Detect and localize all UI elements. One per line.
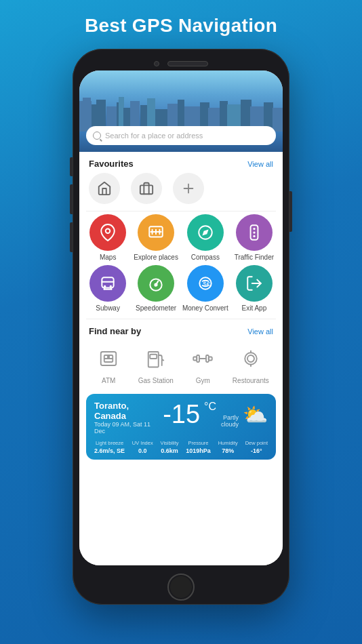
nearby-gym[interactable]: Gym	[187, 343, 218, 384]
weather-icon: ⛅	[243, 403, 268, 426]
app-compass[interactable]: Compass	[182, 214, 228, 261]
favourites-title: Favourites	[89, 159, 134, 169]
weather-date: Today 09 AM, Sat 11 Dec	[94, 421, 163, 435]
apps-grid: Maps Expl	[79, 212, 283, 319]
svg-line-46	[110, 288, 111, 289]
favourites-row	[79, 173, 283, 211]
app-speedometer-icon	[138, 265, 174, 302]
stat-humidity: Humidity 78%	[218, 440, 238, 454]
app-money-icon: $€	[187, 265, 224, 302]
weather-card[interactable]: Toranto, Canada Today 09 AM, Sat 11 Dec …	[86, 394, 276, 460]
page-title: Best GPS Navigation	[85, 15, 277, 37]
app-exit-icon	[236, 265, 273, 302]
restaurant-label: Restourants	[233, 377, 269, 384]
svg-point-26	[106, 229, 110, 234]
search-placeholder: Search for a place or address	[105, 132, 203, 140]
fav-work-icon	[131, 173, 162, 204]
favourites-view-all[interactable]: View all	[247, 160, 273, 168]
svg-point-55	[108, 356, 110, 358]
svg-point-64	[245, 353, 257, 365]
gym-label: Gym	[196, 377, 210, 384]
nearby-gas[interactable]: Gas Station	[138, 343, 174, 384]
app-traffic-icon	[236, 214, 273, 251]
home-button[interactable]	[167, 573, 195, 601]
weather-info: Toranto, Canada Today 09 AM, Sat 11 Dec	[94, 401, 163, 435]
svg-point-43	[110, 285, 112, 287]
app-subway-icon	[89, 265, 126, 302]
atm-icon	[93, 343, 124, 374]
svg-point-48	[155, 284, 157, 286]
svg-point-39	[253, 235, 255, 237]
restaurant-icon	[235, 343, 266, 374]
content-area: Favourites View all	[79, 152, 283, 565]
nearby-row: ATM Gas Station	[79, 340, 283, 391]
phone-shell: Search for a place or address Favourites…	[73, 49, 289, 605]
search-bar[interactable]: Search for a place or address	[86, 126, 276, 145]
fav-add[interactable]	[173, 173, 204, 204]
fav-home[interactable]	[89, 173, 120, 204]
app-traffic[interactable]: Traffic Finder	[233, 214, 276, 261]
fav-home-icon	[89, 173, 120, 204]
app-explore-label: Explore places	[134, 254, 178, 261]
atm-label: ATM	[102, 377, 115, 384]
weather-unit: °C	[204, 401, 216, 412]
side-button-mute	[70, 157, 73, 176]
svg-rect-23	[140, 185, 153, 194]
svg-line-45	[104, 288, 105, 289]
svg-rect-22	[273, 108, 283, 132]
side-button-power	[289, 191, 292, 232]
fav-work[interactable]	[131, 173, 162, 204]
stat-pressure: Pressure 1019hPa	[186, 440, 211, 454]
svg-marker-35	[202, 229, 208, 235]
svg-rect-40	[102, 277, 113, 287]
weather-stats: Light breeze 2.6m/s, SE UV Index 0.0 Vis…	[94, 440, 268, 454]
app-exit[interactable]: Exit App	[233, 265, 276, 312]
weather-temperature: -15	[163, 401, 200, 427]
side-button-vol-down	[70, 222, 73, 252]
gas-station-icon	[140, 343, 172, 374]
app-subway-label: Subway	[96, 304, 120, 312]
app-compass-label: Compass	[191, 254, 220, 261]
nearby-header: Find near by View all	[79, 319, 283, 340]
search-icon	[93, 132, 101, 140]
phone-top-bar	[79, 56, 283, 71]
gas-label: Gas Station	[138, 377, 174, 384]
app-money[interactable]: $€ Money Convert	[182, 265, 228, 312]
weather-location: Toranto, Canada	[94, 401, 163, 421]
weather-description: Partly cloudy	[204, 414, 239, 428]
nearby-view-all[interactable]: View all	[247, 327, 273, 336]
app-explore-icon	[138, 214, 174, 251]
app-maps-label: Maps	[100, 254, 116, 261]
svg-rect-1	[83, 98, 91, 132]
app-maps[interactable]: Maps	[86, 214, 129, 261]
phone-camera	[154, 61, 159, 66]
app-money-label: Money Convert	[182, 304, 228, 312]
svg-point-65	[247, 355, 254, 362]
svg-rect-57	[150, 355, 157, 359]
fav-add-icon	[173, 173, 204, 204]
stat-visibility: Visibility 0.6km	[161, 440, 179, 454]
app-speedometer-label: Speedometer	[136, 304, 176, 312]
stat-uv: UV Index 0.0	[132, 440, 153, 454]
svg-point-37	[253, 228, 255, 230]
nearby-restaurant[interactable]: Restourants	[233, 343, 269, 384]
weather-unit-desc: °C Partly cloudy	[204, 401, 239, 428]
app-speedometer[interactable]: Speedometer	[134, 265, 178, 312]
app-subway[interactable]: Subway	[86, 265, 129, 312]
app-traffic-label: Traffic Finder	[235, 254, 274, 261]
nearby-title: Find near by	[89, 326, 141, 336]
stat-wind: Light breeze 2.6m/s, SE	[94, 440, 125, 454]
app-maps-icon	[89, 214, 126, 251]
app-compass-icon	[187, 214, 224, 251]
svg-point-38	[253, 231, 255, 233]
app-explore[interactable]: Explore places	[134, 214, 178, 261]
weather-temp-section: -15 °C Partly cloudy ⛅	[163, 401, 268, 428]
phone-bottom	[79, 565, 283, 606]
side-button-vol-up	[70, 184, 73, 214]
phone-speaker	[167, 61, 208, 66]
nearby-atm[interactable]: ATM	[93, 343, 124, 384]
favourites-header: Favourites View all	[79, 152, 283, 173]
weather-top: Toranto, Canada Today 09 AM, Sat 11 Dec …	[94, 401, 268, 435]
map-header: Search for a place or address	[79, 71, 283, 152]
phone-screen: Search for a place or address Favourites…	[79, 71, 283, 565]
